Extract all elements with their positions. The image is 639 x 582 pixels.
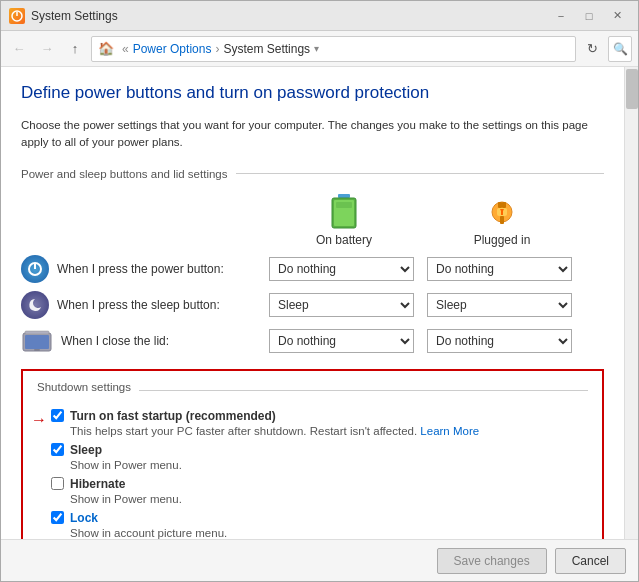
svg-rect-5 <box>336 202 352 208</box>
lid-plugged-select[interactable]: Do nothing Sleep Hibernate Shut down Tur… <box>427 329 572 353</box>
hibernate-shutdown-label[interactable]: Hibernate <box>51 477 588 491</box>
svg-rect-2 <box>338 194 350 198</box>
up-button[interactable]: ↑ <box>63 37 87 61</box>
sleep-button-row-label: When I press the sleep button: <box>21 291 261 319</box>
lid-label: When I close the lid: <box>61 334 169 348</box>
shutdown-title: Shutdown settings <box>37 381 131 393</box>
window-title: System Settings <box>31 9 548 23</box>
power-button-label: When I press the power button: <box>57 262 224 276</box>
address-dropdown-icon[interactable]: ▾ <box>314 43 319 54</box>
hibernate-shutdown-text: Hibernate <box>70 477 125 491</box>
power-button-row-label: When I press the power button: <box>21 255 261 283</box>
sleep-shutdown-item: Sleep Show in Power menu. <box>51 443 588 471</box>
svg-rect-7 <box>498 202 502 208</box>
refresh-button[interactable]: ↻ <box>580 37 604 61</box>
search-icon: 🔍 <box>613 42 628 56</box>
hibernate-shutdown-description: Show in Power menu. <box>70 493 588 505</box>
lock-shutdown-description: Show in account picture menu. <box>70 527 588 539</box>
forward-button[interactable]: → <box>35 37 59 61</box>
fast-startup-text: Turn on fast startup (recommended) <box>70 409 276 423</box>
window-controls: − □ ✕ <box>548 6 630 26</box>
lock-shutdown-label[interactable]: Lock <box>51 511 588 525</box>
lid-icon <box>21 327 53 355</box>
sleep-shutdown-text: Sleep <box>70 443 102 457</box>
scrollbar-thumb[interactable] <box>626 69 638 109</box>
cancel-button[interactable]: Cancel <box>555 548 626 574</box>
search-box[interactable]: 🔍 <box>608 36 632 62</box>
lid-battery-select[interactable]: Do nothing Sleep Hibernate Shut down Tur… <box>269 329 414 353</box>
sleep-button-icon <box>21 291 49 319</box>
power-button-icon <box>21 255 49 283</box>
fast-startup-description: This helps start your PC faster after sh… <box>70 425 588 437</box>
arrow-indicator: → <box>31 411 47 429</box>
separator-1: « <box>122 42 129 56</box>
hibernate-shutdown-item: Hibernate Show in Power menu. <box>51 477 588 505</box>
page-title: Define power buttons and turn on passwor… <box>21 83 604 103</box>
breadcrumb-system-settings: System Settings <box>223 42 310 56</box>
lid-row-label: When I close the lid: <box>21 327 261 355</box>
power-sleep-section: Power and sleep buttons and lid settings <box>21 162 604 355</box>
lock-shutdown-item: Lock Show in account picture menu. <box>51 511 588 539</box>
page-description: Choose the power settings that you want … <box>21 117 604 152</box>
maximize-button[interactable]: □ <box>576 6 602 26</box>
home-icon: 🏠 <box>98 41 114 56</box>
main-content: Define power buttons and turn on passwor… <box>1 67 624 539</box>
address-bar[interactable]: 🏠 « Power Options › System Settings ▾ <box>91 36 576 62</box>
power-plugged-select[interactable]: Do nothing Sleep Hibernate Shut down Tur… <box>427 257 572 281</box>
svg-rect-8 <box>502 202 506 208</box>
title-bar: System Settings − □ ✕ <box>1 1 638 31</box>
learn-more-link[interactable]: Learn More <box>420 425 479 437</box>
navigation-bar: ← → ↑ 🏠 « Power Options › System Setting… <box>1 31 638 67</box>
svg-rect-10 <box>500 216 504 224</box>
back-button[interactable]: ← <box>7 37 31 61</box>
save-button[interactable]: Save changes <box>437 548 547 574</box>
plug-icon <box>488 194 516 230</box>
sleep-button-label: When I press the sleep button: <box>57 298 220 312</box>
hibernate-shutdown-checkbox[interactable] <box>51 477 64 490</box>
window-icon <box>9 8 25 24</box>
lock-shutdown-checkbox[interactable] <box>51 511 64 524</box>
shutdown-section: Shutdown settings → Turn on fast startup… <box>21 369 604 540</box>
footer: Save changes Cancel <box>1 539 638 581</box>
minimize-button[interactable]: − <box>548 6 574 26</box>
fast-startup-item: → Turn on fast startup (recommended) Thi… <box>51 409 588 437</box>
lock-shutdown-text: Lock <box>70 511 98 525</box>
sleep-battery-select[interactable]: Do nothing Sleep Hibernate Shut down Tur… <box>269 293 414 317</box>
sleep-shutdown-checkbox[interactable] <box>51 443 64 456</box>
scrollbar[interactable] <box>624 67 638 539</box>
svg-rect-17 <box>25 331 49 334</box>
sleep-plugged-select[interactable]: Do nothing Sleep Hibernate Shut down Tur… <box>427 293 572 317</box>
fast-startup-label[interactable]: Turn on fast startup (recommended) <box>51 409 588 423</box>
battery-icon <box>330 194 358 230</box>
section-label-power: Power and sleep buttons and lid settings <box>21 168 228 180</box>
column-header-plugged: Plugged in <box>427 194 577 247</box>
separator-2: › <box>215 42 219 56</box>
main-window: System Settings − □ ✕ ← → ↑ 🏠 « Power Op… <box>0 0 639 582</box>
fast-startup-checkbox[interactable] <box>51 409 64 422</box>
sleep-shutdown-description: Show in Power menu. <box>70 459 588 471</box>
svg-rect-16 <box>25 335 49 349</box>
close-button[interactable]: ✕ <box>604 6 630 26</box>
power-battery-select[interactable]: Do nothing Sleep Hibernate Shut down Tur… <box>269 257 414 281</box>
sleep-shutdown-label[interactable]: Sleep <box>51 443 588 457</box>
column-header-battery: On battery <box>269 194 419 247</box>
svg-rect-18 <box>34 349 40 351</box>
breadcrumb-power-options[interactable]: Power Options <box>133 42 212 56</box>
